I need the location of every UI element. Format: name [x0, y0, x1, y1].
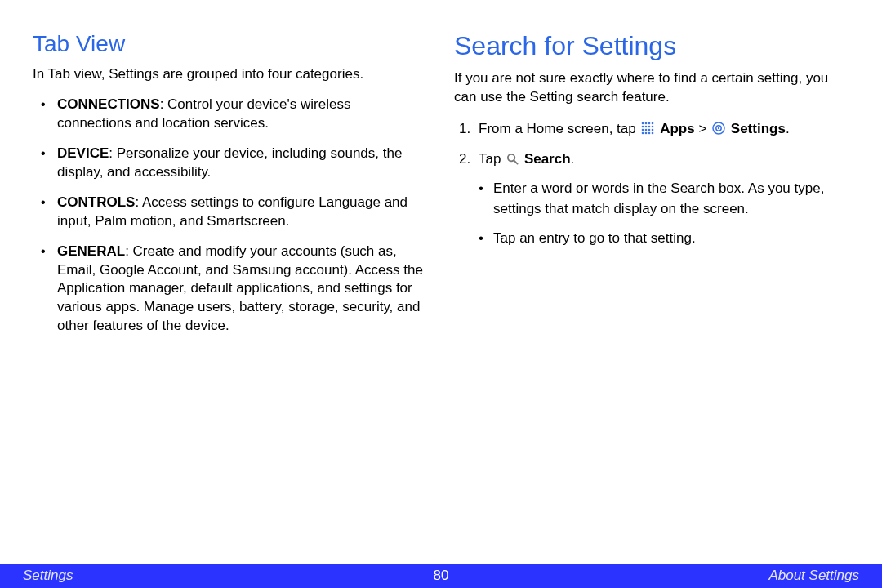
search-settings-intro: If you are not sure exactly where to fin…: [454, 69, 849, 107]
apps-label: Apps: [660, 121, 695, 136]
svg-point-10: [648, 129, 651, 131]
substeps-list: Enter a word or words in the Search box.…: [479, 178, 849, 249]
right-column: Search for Settings If you are not sure …: [454, 31, 849, 588]
step-text: .: [786, 121, 790, 136]
svg-point-7: [652, 126, 654, 128]
category-label: DEVICE: [57, 145, 109, 161]
tab-view-heading: Tab View: [33, 31, 428, 57]
step-text: From a Home screen, tap: [479, 121, 639, 136]
substep: Tap an entry to go to that setting.: [479, 228, 849, 249]
svg-point-5: [645, 126, 648, 128]
svg-point-1: [645, 122, 648, 125]
svg-point-14: [648, 132, 651, 135]
step-text: Tap: [479, 151, 505, 167]
footer-right: About Settings: [768, 568, 859, 584]
svg-point-12: [642, 132, 644, 135]
step-2: Tap Search. Enter a word or words in the…: [469, 149, 849, 248]
svg-point-2: [648, 122, 651, 125]
svg-point-0: [642, 122, 644, 125]
list-item: CONNECTIONS: Control your device's wirel…: [47, 96, 428, 133]
category-label: CONTROLS: [57, 194, 135, 210]
category-label: GENERAL: [57, 243, 125, 259]
svg-point-15: [652, 132, 654, 135]
svg-point-8: [642, 129, 644, 131]
svg-point-6: [648, 126, 651, 128]
step-text: .: [571, 151, 575, 167]
search-settings-heading: Search for Settings: [454, 31, 849, 61]
steps-list: From a Home screen, tap Apps > Settings.…: [454, 118, 849, 249]
svg-point-13: [645, 132, 648, 135]
list-item: GENERAL: Create and modify your accounts…: [47, 243, 428, 336]
list-item: DEVICE: Personalize your device, includi…: [47, 145, 428, 182]
manual-page: Tab View In Tab view, Settings are group…: [0, 0, 882, 588]
svg-line-20: [514, 161, 518, 164]
settings-label: Settings: [731, 121, 786, 136]
categories-list: CONNECTIONS: Control your device's wirel…: [33, 96, 428, 336]
step-1: From a Home screen, tap Apps > Settings.: [469, 118, 849, 141]
substep: Enter a word or words in the Search box.…: [479, 178, 849, 220]
footer-left: Settings: [23, 568, 73, 584]
tab-view-intro: In Tab view, Settings are grouped into f…: [33, 65, 428, 84]
category-desc: : Personalize your device, including sou…: [57, 145, 402, 180]
svg-point-9: [645, 129, 648, 131]
apps-grid-icon: [641, 120, 654, 141]
svg-point-3: [652, 122, 654, 125]
svg-point-18: [718, 127, 719, 129]
category-label: CONNECTIONS: [57, 96, 160, 112]
svg-point-11: [652, 129, 654, 131]
step-text: >: [695, 121, 710, 136]
page-footer: Settings 80 About Settings: [0, 564, 882, 588]
settings-gear-icon: [712, 120, 725, 141]
left-column: Tab View In Tab view, Settings are group…: [33, 31, 428, 588]
search-icon: [506, 150, 519, 172]
svg-point-4: [642, 126, 644, 128]
list-item: CONTROLS: Access settings to configure L…: [47, 194, 428, 231]
page-number: 80: [434, 568, 449, 584]
search-label: Search: [524, 151, 571, 167]
